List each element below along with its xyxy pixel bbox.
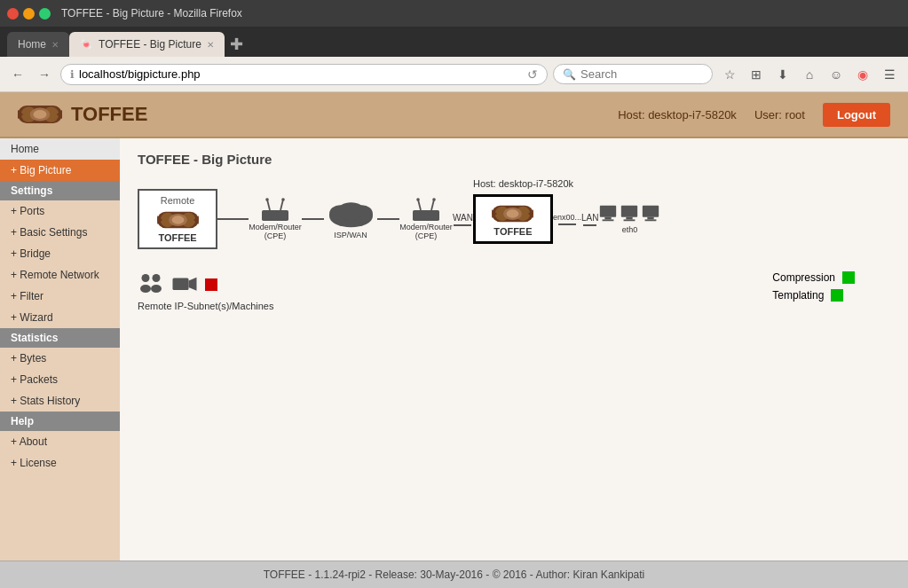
- svg-point-27: [432, 198, 436, 201]
- bookmark-icon[interactable]: ☆: [718, 63, 741, 86]
- svg-point-45: [140, 285, 151, 293]
- wan-label: WAN: [453, 213, 473, 223]
- reading-list-icon[interactable]: ⊞: [745, 63, 768, 86]
- remote-status-dot: [205, 278, 217, 291]
- sidebar-item-basic-settings[interactable]: + Basic Settings: [0, 222, 120, 243]
- svg-point-22: [337, 202, 365, 220]
- new-tab-button[interactable]: ✚: [225, 32, 249, 57]
- modem-router-label-2: Modem/Router(CPE): [399, 223, 453, 241]
- sidebar-item-remote-network[interactable]: + Remote Network: [0, 264, 120, 286]
- tab-home-close[interactable]: ✕: [51, 40, 59, 50]
- svg-rect-38: [621, 206, 637, 217]
- toolbar-icons: ☆ ⊞ ⬇ ⌂ ☺ ◉ ☰: [718, 63, 901, 86]
- svg-point-18: [281, 198, 285, 201]
- computer-icons: [598, 204, 660, 223]
- svg-line-15: [267, 200, 270, 210]
- svg-point-46: [153, 274, 161, 282]
- profile-icon[interactable]: ☺: [825, 63, 848, 86]
- firefox-icon[interactable]: ◉: [851, 63, 874, 86]
- tab-bigpicture-close[interactable]: ✕: [207, 40, 214, 50]
- video-camera-icon: [171, 274, 198, 295]
- conn-line-3: [377, 218, 399, 220]
- svg-rect-39: [627, 217, 633, 220]
- app-container: TOFFEE Host: desktop-i7-5820k User: root…: [0, 92, 908, 588]
- url-input[interactable]: [79, 67, 523, 81]
- download-icon[interactable]: ⬇: [771, 63, 794, 86]
- modem-router-icon-1: [257, 197, 293, 223]
- sidebar-item-bridge[interactable]: + Bridge: [0, 243, 120, 264]
- window-controls: [7, 8, 51, 20]
- remote-machines-icon: [138, 271, 164, 298]
- svg-line-16: [280, 200, 283, 210]
- close-window-button[interactable]: [7, 8, 19, 20]
- svg-line-25: [431, 200, 434, 210]
- remote-ip-label: Remote IP-Subnet(s)/Machines: [138, 301, 273, 311]
- modem-router-label-1: Modem/Router(CPE): [249, 223, 302, 241]
- conn-line-2: [302, 218, 324, 220]
- computer-icon-2: [620, 204, 639, 223]
- local-toffee-icon: [488, 201, 537, 226]
- sidebar-item-packets[interactable]: + Packets: [0, 369, 120, 390]
- host-label: Host: desktop-i7-5820k: [618, 108, 737, 122]
- tab-home[interactable]: Home ✕: [7, 32, 69, 57]
- sidebar-item-ports[interactable]: + Ports: [0, 200, 120, 222]
- svg-rect-48: [173, 278, 189, 291]
- svg-point-17: [265, 198, 269, 201]
- sidebar-section-settings: Settings: [0, 181, 120, 200]
- search-icon: 🔍: [563, 68, 576, 81]
- isp-wan-label: ISP/WAN: [334, 231, 367, 239]
- remote-label: Remote: [161, 195, 195, 206]
- templating-row: Templating: [772, 289, 855, 302]
- tab-bigpicture[interactable]: 🍬 TOFFEE - Big Picture ✕: [69, 32, 225, 57]
- svg-line-24: [418, 200, 421, 210]
- svg-point-47: [151, 285, 162, 293]
- minimize-window-button[interactable]: [23, 8, 35, 20]
- sidebar-item-stats-history[interactable]: + Stats History: [0, 390, 120, 412]
- host-label-diagram: Host: desktop-i7-5820k: [473, 178, 573, 189]
- sidebar-item-license[interactable]: + License: [0, 452, 120, 474]
- logo-icon: [18, 101, 62, 128]
- sidebar-item-bytes[interactable]: + Bytes: [0, 348, 120, 369]
- modem-router-icon-2: [408, 197, 444, 223]
- home-icon[interactable]: ⌂: [798, 63, 821, 86]
- browser-titlebar: TOFFEE - Big Picture - Mozilla Firefox: [0, 0, 908, 27]
- sidebar-item-wizard[interactable]: + Wizard: [0, 307, 120, 328]
- logo-area: TOFFEE: [18, 101, 147, 128]
- enx-label: enx00...: [553, 213, 581, 222]
- svg-rect-37: [603, 219, 614, 221]
- svg-rect-42: [648, 217, 654, 220]
- url-bar: ℹ ↺: [60, 64, 548, 85]
- footer: TOFFEE - 1.1.24-rpi2 - Release: 30-May-2…: [0, 561, 908, 588]
- svg-point-26: [416, 198, 420, 201]
- reload-button[interactable]: ↺: [527, 67, 538, 82]
- svg-point-11: [171, 216, 184, 223]
- templating-label: Templating: [772, 289, 824, 302]
- content-area: TOFFEE - Big Picture Remote: [120, 138, 908, 561]
- browser-title: TOFFEE - Big Picture - Mozilla Firefox: [61, 7, 242, 20]
- maximize-window-button[interactable]: [39, 8, 51, 20]
- search-input[interactable]: [580, 67, 730, 81]
- menu-icon[interactable]: ☰: [878, 63, 901, 86]
- sidebar-item-bigpicture[interactable]: + Big Picture: [0, 160, 120, 181]
- footer-text: TOFFEE - 1.1.24-rpi2 - Release: 30-May-2…: [264, 568, 645, 581]
- lan-computers: eth0: [598, 204, 660, 234]
- back-button[interactable]: ←: [7, 65, 28, 84]
- lan-section: LAN: [581, 213, 598, 226]
- sidebar-item-home[interactable]: Home: [0, 138, 120, 160]
- conn-line-6: [583, 224, 596, 226]
- svg-rect-35: [600, 206, 616, 217]
- sidebar-item-about[interactable]: + About: [0, 431, 120, 452]
- remote-ip-section: Remote IP-Subnet(s)/Machines: [138, 271, 273, 311]
- secure-icon: ℹ: [70, 68, 75, 81]
- header-right: Host: desktop-i7-5820k User: root Logout: [618, 103, 890, 127]
- svg-point-4: [34, 110, 47, 119]
- forward-button[interactable]: →: [34, 65, 55, 84]
- logout-button[interactable]: Logout: [823, 103, 890, 127]
- sidebar-item-filter[interactable]: + Filter: [0, 286, 120, 307]
- conn-line-4: [454, 224, 471, 226]
- bottom-row: Remote IP-Subnet(s)/Machines Compression…: [138, 271, 890, 311]
- isp-wan: ISP/WAN: [324, 200, 377, 239]
- modem-router-1: Modem/Router(CPE): [249, 197, 302, 241]
- compression-label: Compression: [772, 271, 835, 284]
- sidebar-section-statistics: Statistics: [0, 328, 120, 348]
